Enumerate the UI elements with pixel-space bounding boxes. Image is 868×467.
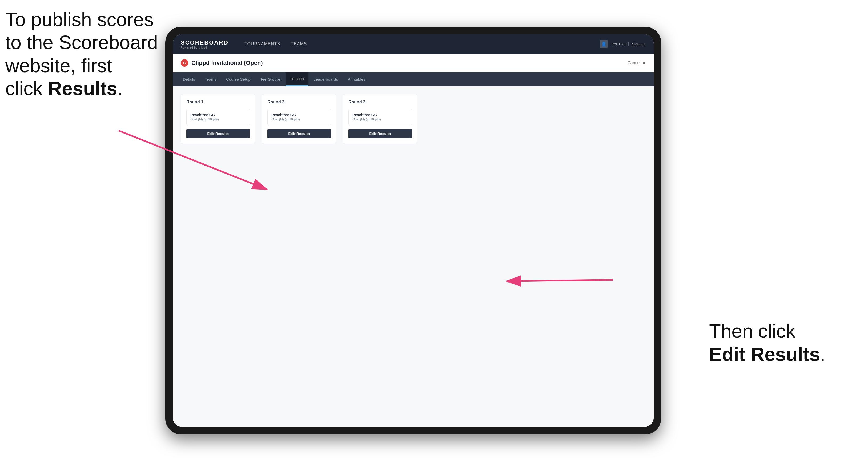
course-card-3: Peachtree GC Gold (M) (7010 yds) (348, 109, 412, 125)
tab-details[interactable]: Details (178, 72, 200, 86)
tab-teams[interactable]: Teams (200, 72, 221, 86)
round-2-title: Round 2 (268, 100, 331, 104)
sign-out-link[interactable]: Sign out (632, 42, 646, 46)
round-3-title: Round 3 (348, 100, 412, 104)
nav-tournaments[interactable]: TOURNAMENTS (239, 34, 285, 54)
round-card-1: Round 1 Peachtree GC Gold (M) (7010 yds)… (181, 94, 255, 144)
course-card-1: Peachtree GC Gold (M) (7010 yds) (186, 109, 250, 125)
page-content: C Clippd Invitational (Open) Cancel ✕ De… (173, 54, 654, 427)
tab-course-setup[interactable]: Course Setup (221, 72, 255, 86)
instruction-right-line1: Then click (709, 320, 796, 342)
rounds-grid: Round 1 Peachtree GC Gold (M) (7010 yds)… (181, 94, 646, 144)
course-name-2: Peachtree GC (271, 113, 327, 117)
results-content: Round 1 Peachtree GC Gold (M) (7010 yds)… (173, 86, 654, 427)
right-instruction: Then click Edit Results. (709, 320, 825, 366)
logo-sub: Powered by clippd (181, 46, 228, 49)
course-name-3: Peachtree GC (352, 113, 408, 117)
tablet-device: SCOREBOARD Powered by clippd TOURNAMENTS… (165, 27, 661, 434)
round-card-3: Round 3 Peachtree GC Gold (M) (7010 yds)… (343, 94, 417, 144)
course-card-2: Peachtree GC Gold (M) (7010 yds) (268, 109, 331, 125)
tournament-name: Clippd Invitational (Open) (191, 59, 263, 66)
edit-results-button-2[interactable]: Edit Results (268, 129, 331, 138)
tab-printables[interactable]: Printables (343, 72, 370, 86)
close-icon: ✕ (642, 61, 646, 66)
round-card-2: Round 2 Peachtree GC Gold (M) (7010 yds)… (262, 94, 336, 144)
cancel-label: Cancel (627, 61, 641, 65)
tablet-screen: SCOREBOARD Powered by clippd TOURNAMENTS… (173, 34, 654, 427)
course-details-3: Gold (M) (7010 yds) (352, 118, 408, 121)
edit-results-button-1[interactable]: Edit Results (186, 129, 250, 138)
tournament-header: C Clippd Invitational (Open) Cancel ✕ (173, 54, 654, 72)
tab-tee-groups[interactable]: Tee Groups (255, 72, 286, 86)
instruction-right-suffix: . (820, 344, 825, 365)
left-instruction: To publish scores to the Scoreboard webs… (5, 8, 158, 100)
tab-results[interactable]: Results (285, 72, 308, 86)
course-details-2: Gold (M) (7010 yds) (271, 118, 327, 121)
nav-links: TOURNAMENTS TEAMS (239, 34, 600, 54)
cancel-button[interactable]: Cancel ✕ (627, 61, 646, 66)
edit-results-button-3[interactable]: Edit Results (348, 129, 412, 138)
tournament-title-area: C Clippd Invitational (Open) (181, 59, 263, 67)
sub-navigation: Details Teams Course Setup Tee Groups Re… (173, 72, 654, 86)
logo-text: SCOREBOARD (181, 39, 228, 46)
tab-leaderboards[interactable]: Leaderboards (308, 72, 343, 86)
avatar-icon: 👤 (601, 41, 607, 46)
instruction-line4-prefix: click (5, 78, 48, 99)
tournament-icon: C (181, 59, 188, 67)
nav-right: 👤 Test User | Sign out (600, 40, 646, 48)
top-navigation: SCOREBOARD Powered by clippd TOURNAMENTS… (173, 34, 654, 54)
logo-area: SCOREBOARD Powered by clippd (181, 39, 228, 49)
nav-teams[interactable]: TEAMS (285, 34, 312, 54)
user-avatar: 👤 (600, 40, 608, 48)
course-details-1: Gold (M) (7010 yds) (190, 118, 246, 121)
instruction-line4-suffix: . (117, 78, 123, 99)
instruction-line2: to the Scoreboard (5, 32, 158, 53)
instruction-line3: website, first (5, 55, 112, 76)
instruction-line1: To publish scores (5, 9, 154, 30)
instruction-edit-results-bold: Edit Results (709, 344, 820, 365)
round-1-title: Round 1 (186, 100, 250, 104)
user-name: Test User | (611, 42, 629, 46)
instruction-results-bold: Results (48, 78, 117, 99)
course-name-1: Peachtree GC (190, 113, 246, 117)
